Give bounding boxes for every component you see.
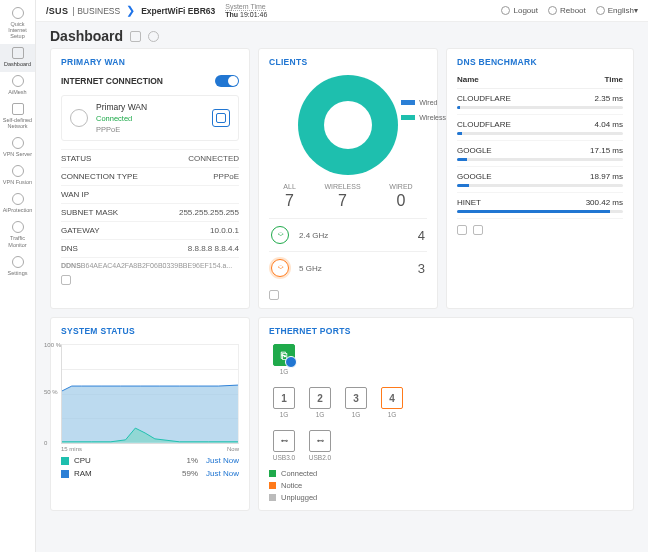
vpn-fusion-icon: [12, 165, 24, 177]
sidebar-item-quick-setup[interactable]: Quick Internet Setup: [0, 4, 35, 44]
metric-ram: RAM59%Just Now: [61, 469, 239, 478]
language-select[interactable]: English ▾: [596, 6, 638, 15]
mesh-icon: [12, 75, 24, 87]
reboot-icon: [548, 6, 557, 15]
wan-port-icon: ⎘: [273, 344, 295, 366]
shield-icon: [12, 193, 24, 205]
sidebar-item-vpn-server[interactable]: VPN Server: [0, 134, 35, 162]
gear-icon: [12, 256, 24, 268]
sidebar-item-vpn-fusion[interactable]: VPN Fusion: [0, 162, 35, 190]
port-lan-1[interactable]: 11G: [269, 387, 299, 418]
sidebar-item-traffic[interactable]: Traffic Monitor: [0, 218, 35, 252]
globe-icon: [596, 6, 605, 15]
donut-legend: Wired Wireless: [401, 99, 446, 129]
usb-icon: ⊷: [309, 430, 331, 452]
page-header: Dashboard: [36, 22, 648, 48]
port-legend: Connected Notice Unplugged: [269, 469, 623, 502]
wifi-icon: ⌔: [271, 259, 289, 277]
port-usb3[interactable]: ⊷USB3.0: [269, 430, 299, 461]
client-counts: ALL7 WIRELESS7 WIRED0: [269, 183, 427, 210]
traffic-icon: [12, 221, 24, 233]
model-name: ExpertWiFi EBR63: [141, 6, 215, 16]
primary-wan-card: PRIMARY WAN INTERNET CONNECTION Primary …: [50, 48, 250, 309]
kv-wan-ip: WAN IP: [61, 185, 239, 203]
pin-icon[interactable]: [61, 275, 71, 285]
sidebar-item-sdn[interactable]: Self-defined Network: [0, 100, 35, 134]
ethernet-ports-card: ETHERNET PORTS ⎘1G 11G 21G 31G 41G ⊷USB3…: [258, 317, 634, 511]
internet-connection-label: INTERNET CONNECTION: [61, 76, 163, 86]
logout-icon: [501, 6, 510, 15]
vpn-server-icon: [12, 137, 24, 149]
sidebar-item-dashboard[interactable]: Dashboard: [0, 44, 35, 72]
wifi-icon: ⌔: [271, 226, 289, 244]
pin-icon[interactable]: [269, 290, 279, 300]
dns-table-header: NameTime: [457, 75, 623, 89]
card-title: PRIMARY WAN: [61, 57, 239, 67]
page-title: Dashboard: [50, 28, 123, 44]
system-status-chart: 100 % 50 % 0: [61, 344, 239, 444]
system-time: System Time Thu 19:01:46: [225, 3, 267, 18]
port-wan[interactable]: ⎘1G: [269, 344, 299, 375]
sidebar-item-settings[interactable]: Settings: [0, 253, 35, 281]
trash-icon[interactable]: [473, 225, 483, 235]
usb-icon: ⊷: [273, 430, 295, 452]
band-24ghz[interactable]: ⌔2.4 GHz4: [269, 218, 427, 251]
sidebar-item-aiprotection[interactable]: AiProtection: [0, 190, 35, 218]
band-5ghz[interactable]: ⌔5 GHz3: [269, 251, 427, 284]
brand-sub: | BUSINESS: [70, 6, 120, 16]
dns-row: GOOGLE17.15 ms: [457, 141, 623, 167]
ram-just-now[interactable]: Just Now: [206, 469, 239, 478]
chevron-down-icon: ▾: [634, 6, 638, 15]
dns-row: CLOUDFLARE2.35 ms: [457, 89, 623, 115]
reboot-button[interactable]: Reboot: [548, 6, 586, 15]
globe-icon: [70, 109, 88, 127]
clients-donut-chart: Wired Wireless: [298, 75, 398, 175]
pin-icon[interactable]: [457, 225, 467, 235]
wan-edit-button[interactable]: [212, 109, 230, 127]
gauge-icon: [12, 7, 24, 19]
kv-conn-type: CONNECTION TYPEPPPoE: [61, 167, 239, 185]
brand-logo: /SUS: [46, 6, 68, 16]
dns-row: GOOGLE18.97 ms: [457, 167, 623, 193]
chevron-right-icon: ❯: [126, 4, 135, 17]
kv-status: STATUSCONNECTED: [61, 149, 239, 167]
sidebar: Quick Internet Setup Dashboard AiMesh Se…: [0, 0, 36, 552]
kv-dns: DNS8.8.8.8 8.8.4.4: [61, 239, 239, 257]
port-usb2[interactable]: ⊷USB2.0: [305, 430, 335, 461]
metric-cpu: CPU1%Just Now: [61, 456, 239, 465]
wan-summary: Primary WAN Connected PPPoE: [61, 95, 239, 141]
cpu-just-now[interactable]: Just Now: [206, 456, 239, 465]
internet-toggle[interactable]: [215, 75, 239, 87]
dns-row: CLOUDFLARE4.04 ms: [457, 115, 623, 141]
kv-ddns: DDNSB64AEAC4A2FA8B2F06B0339BBE96EF154.a.…: [61, 257, 239, 269]
port-lan-2[interactable]: 21G: [305, 387, 335, 418]
layout-icon[interactable]: [130, 31, 141, 42]
kv-gateway: GATEWAY10.0.0.1: [61, 221, 239, 239]
port-lan-4[interactable]: 41G: [377, 387, 407, 418]
logout-button[interactable]: Logout: [501, 6, 537, 15]
dashboard-icon: [12, 47, 24, 59]
settings-icon[interactable]: [148, 31, 159, 42]
system-status-card: SYSTEM STATUS 100 % 50 % 0 15 minsNow CP…: [50, 317, 250, 511]
sidebar-item-aimesh[interactable]: AiMesh: [0, 72, 35, 100]
network-icon: [12, 103, 24, 115]
kv-subnet: SUBNET MASK255.255.255.255: [61, 203, 239, 221]
dns-benchmark-card: DNS BENCHMARK NameTime CLOUDFLARE2.35 ms…: [446, 48, 634, 309]
clients-card: CLIENTS Wired Wireless ALL7 WIRELESS7 WI…: [258, 48, 438, 309]
port-lan-3[interactable]: 31G: [341, 387, 371, 418]
topbar: /SUS | BUSINESS ❯ ExpertWiFi EBR63 Syste…: [36, 0, 648, 22]
dns-row: HINET300.42 ms: [457, 193, 623, 219]
